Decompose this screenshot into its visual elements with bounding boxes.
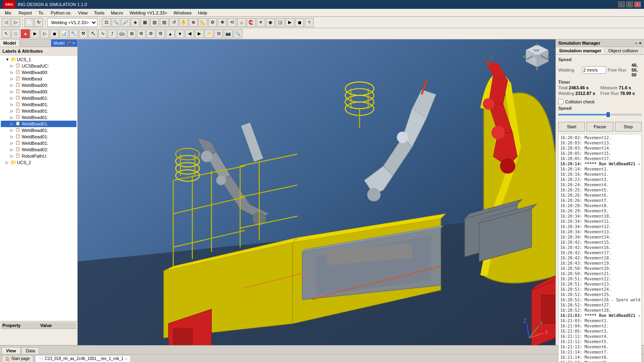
tb2-config2[interactable]: ⚙ bbox=[147, 29, 155, 38]
tb2-tool1[interactable]: 🔧 bbox=[69, 29, 78, 38]
minimize-button[interactable]: – bbox=[618, 2, 625, 7]
tb2-axis[interactable]: ⊞ bbox=[127, 29, 136, 38]
menu-item-to[interactable]: To. bbox=[35, 10, 47, 16]
pause-button[interactable]: Pause bbox=[586, 122, 613, 132]
sim-tab-collision[interactable]: Object collision bbox=[605, 47, 642, 54]
tree-arrow-ucs2[interactable]: ▷ bbox=[6, 160, 10, 165]
collision-checkbox[interactable] bbox=[558, 99, 564, 104]
tree-node-weldbead[interactable]: ▷ 📋 WeldBead bbox=[1, 76, 76, 82]
sim-log[interactable]: 16:20:02: Movement12. 16:20:03: Movement… bbox=[558, 134, 642, 362]
model-page-close[interactable]: × bbox=[125, 357, 127, 361]
start-button[interactable]: Start bbox=[558, 122, 585, 132]
tb-select[interactable]: ⊕ bbox=[189, 18, 198, 27]
tb2-down[interactable]: ▼ bbox=[175, 29, 184, 38]
tb2-split[interactable]: ⊟ bbox=[214, 29, 223, 38]
menu-item-me[interactable]: Me. bbox=[2, 10, 15, 16]
tb-zoom-fit[interactable]: ⊡ bbox=[102, 18, 111, 27]
menu-item-view[interactable]: View bbox=[75, 10, 91, 16]
tb2-tool2[interactable]: ⚒ bbox=[79, 29, 88, 38]
tree-node-weldbead01h[interactable]: ▷ 📋 WeldBead01: bbox=[1, 140, 76, 146]
close-button[interactable]: × bbox=[634, 2, 641, 7]
tb-top-view[interactable]: ▤ bbox=[160, 18, 169, 27]
tree-arrow-ucsbead[interactable]: ▷ bbox=[10, 64, 15, 68]
tree-node-ucs2[interactable]: ▷ 📁 UCS_2 bbox=[1, 159, 76, 166]
tb2-tool3[interactable]: ⛏ bbox=[89, 29, 97, 38]
tb-sim-stop[interactable]: ⏹ bbox=[295, 18, 304, 27]
menu-item-report[interactable]: Report bbox=[15, 10, 35, 16]
tree-node-ucs1[interactable]: ▼ 📁 UCS_1 bbox=[1, 56, 76, 63]
tb-new-btn[interactable]: 📄 bbox=[25, 18, 33, 27]
tb-material[interactable]: ◲ bbox=[276, 18, 285, 27]
tb2-play[interactable]: ▶ bbox=[31, 29, 39, 38]
menu-item-help[interactable]: Help bbox=[195, 10, 211, 16]
tb2-right[interactable]: ▶ bbox=[195, 29, 204, 38]
tb2-deselect[interactable]: □ bbox=[11, 29, 20, 38]
tb-render[interactable]: ◉ bbox=[266, 18, 275, 27]
tree-node-robotpath[interactable]: ▷ 📋 RobotPathU: bbox=[1, 153, 76, 159]
tb-side-view[interactable]: ▧ bbox=[150, 18, 159, 27]
tb2-camera[interactable]: 📷 bbox=[224, 29, 233, 38]
tree-node-weldbead00c[interactable]: ▷ 📋 WeldBead00: bbox=[1, 88, 76, 95]
tb-measure[interactable]: 📐 bbox=[198, 18, 207, 27]
tb2-left[interactable]: ◀ bbox=[185, 29, 194, 38]
tb-front-view[interactable]: ▦ bbox=[140, 18, 149, 27]
sim-tab-manager[interactable]: Simulation manager bbox=[556, 47, 605, 54]
tb-transform[interactable]: ⌂ bbox=[237, 18, 246, 27]
tree-node-weldbead00a[interactable]: ▷ 📋 WeldBead00: bbox=[1, 69, 76, 76]
tree-node-weldbead01c[interactable]: ▷ 📋 WeldBead01: bbox=[1, 108, 76, 114]
tb-rotate-view[interactable]: ↺ bbox=[169, 18, 178, 27]
tree-node-weldbead02a[interactable]: ▷ 📋 WeldBead02: bbox=[1, 146, 76, 153]
tb2-up[interactable]: ▲ bbox=[166, 29, 175, 38]
menu-item-tools[interactable]: Tools bbox=[91, 10, 108, 16]
tb2-zoom[interactable]: 🔍 bbox=[233, 29, 242, 38]
bottom-tab-view[interactable]: View bbox=[2, 347, 21, 354]
sim-manager-minimize[interactable]: – bbox=[635, 41, 637, 45]
tb2-fast[interactable]: ▷ bbox=[40, 29, 49, 38]
menu-item-macro[interactable]: Macro bbox=[107, 10, 126, 16]
bottom-tab-data[interactable]: Data bbox=[21, 347, 39, 354]
tb-light[interactable]: ☀ bbox=[256, 18, 265, 27]
tree-node-weldbead01d[interactable]: ▷ 📋 WeldBead01: bbox=[1, 114, 76, 121]
tb-snapping[interactable]: 🧲 bbox=[247, 18, 256, 27]
tb2-graph[interactable]: 📊 bbox=[60, 29, 68, 38]
tb-pan-view[interactable]: ✋ bbox=[179, 18, 188, 27]
tb-sim-run[interactable]: ▶ bbox=[285, 18, 294, 27]
page-tab-start[interactable]: 🏠 Start page bbox=[2, 355, 33, 362]
tb-zoom-out[interactable]: 🔎 bbox=[121, 18, 130, 27]
viewport[interactable]: X Y Z TOP RIGHT REAR bbox=[78, 39, 555, 345]
tb-help[interactable]: ? bbox=[305, 18, 314, 27]
tb-3d-view[interactable]: ◈ bbox=[131, 18, 140, 27]
stop-button[interactable]: Stop bbox=[615, 122, 642, 132]
tree-node-ucsbead[interactable]: ▷ 📋 UCSBeadUC: bbox=[1, 63, 76, 69]
tb2-record[interactable]: ⏺ bbox=[50, 29, 59, 38]
tb-rotate[interactable]: ⟲ bbox=[227, 18, 236, 27]
tree-node-weldbead01f[interactable]: ▷ 📋 WeldBead01: bbox=[1, 127, 76, 134]
tb2-config3[interactable]: ⚙ bbox=[156, 29, 165, 38]
menu-item-welding[interactable]: Welding <V1.2.33> bbox=[126, 10, 170, 16]
sim-manager-close[interactable]: × bbox=[639, 41, 642, 45]
tb2-stop[interactable]: ● bbox=[21, 29, 30, 38]
menu-item-windows[interactable]: Windows bbox=[170, 10, 195, 16]
panel-close-btn[interactable]: × bbox=[72, 41, 75, 45]
tree-node-weldbead01g[interactable]: ▷ 📋 WeldBead01: bbox=[1, 134, 76, 140]
menu-item-python[interactable]: Python ce. bbox=[47, 10, 75, 16]
tree-arrow-ucs1[interactable]: ▼ bbox=[6, 58, 10, 62]
tree-node-weldbead01a[interactable]: ▷ 📋 WeldBead01: bbox=[1, 95, 76, 101]
tb-zoom-in[interactable]: 🔍 bbox=[111, 18, 120, 27]
page-tab-model[interactable]: 📄 C23_018_nh_as_2c4b_1001__rev_1_rob_1 × bbox=[35, 355, 131, 362]
tree-node-weldbead01b[interactable]: ▷ 📋 WeldBead01: bbox=[1, 101, 76, 108]
tb-back-btn[interactable]: ◁ bbox=[2, 18, 10, 27]
panel-pin-btn[interactable]: 📌 bbox=[66, 41, 71, 45]
maximize-button[interactable]: □ bbox=[626, 2, 633, 7]
tb2-robot[interactable]: 🤖 bbox=[118, 29, 126, 38]
tree-area[interactable]: ▼ 📁 UCS_1 ▷ 📋 UCSBeadUC: ▷ 📋 WeldBead00:… bbox=[0, 56, 77, 321]
welding-speed-input[interactable] bbox=[582, 66, 606, 74]
tree-node-weldbead01e[interactable]: ▷ 📋 WeldBead01- bbox=[1, 121, 76, 127]
tb-settings[interactable]: ⚙ bbox=[208, 18, 217, 27]
tb2-path[interactable]: ⤴ bbox=[108, 29, 117, 38]
tb-forward-btn[interactable]: ▷ bbox=[11, 18, 20, 27]
tb2-select[interactable]: ↖ bbox=[2, 29, 10, 38]
panel-tab-model[interactable]: Model bbox=[0, 39, 20, 47]
welding-dropdown[interactable]: Welding <V1.2.33> bbox=[47, 18, 97, 27]
speed-slider-track[interactable] bbox=[558, 111, 642, 118]
